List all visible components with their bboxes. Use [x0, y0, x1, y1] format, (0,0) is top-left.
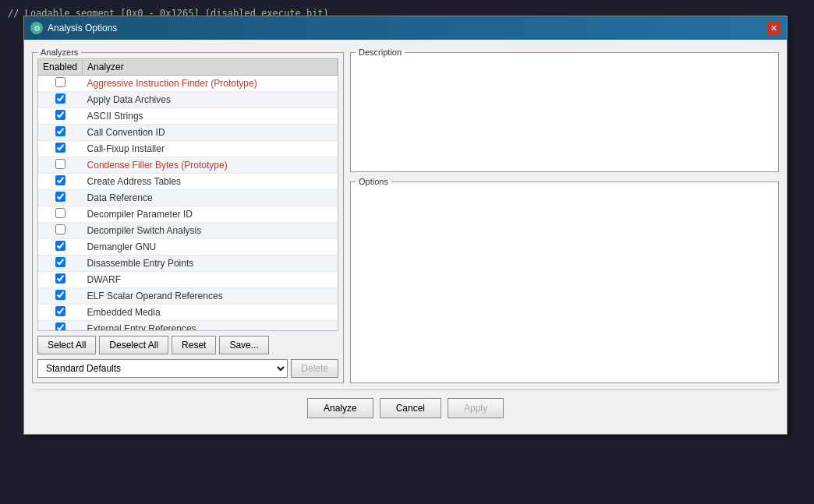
analyzer-checkbox[interactable] — [55, 208, 65, 218]
table-row: Create Address Tables — [38, 174, 338, 190]
analyzer-name: DWARF — [83, 272, 338, 288]
enabled-cell[interactable] — [38, 92, 83, 108]
analyzer-name: Condense Filler Bytes (Prototype) — [83, 157, 338, 174]
enabled-cell[interactable] — [38, 256, 83, 272]
analyzers-panel: Analyzers Enabled Analyzer — [32, 48, 344, 383]
enabled-cell[interactable] — [38, 125, 83, 141]
options-content — [351, 186, 778, 370]
enabled-cell[interactable] — [38, 239, 83, 256]
analyzer-buttons-row: Select All Deselect All Reset Save... — [37, 336, 338, 354]
enabled-cell[interactable] — [38, 76, 83, 92]
dialog-title: Analysis Options — [48, 23, 117, 33]
analyzer-name: Call-Fixup Installer — [83, 141, 338, 157]
dialog-titlebar: ⚙ Analysis Options ✕ — [24, 16, 787, 40]
enabled-cell[interactable] — [38, 272, 83, 288]
analyzer-checkbox[interactable] — [55, 110, 65, 120]
dialog-icon: ⚙ — [30, 22, 43, 34]
main-content: Analyzers Enabled Analyzer — [32, 48, 779, 383]
table-row: Disassemble Entry Points — [38, 256, 338, 272]
table-row: Condense Filler Bytes (Prototype) — [38, 157, 338, 174]
table-row: Embedded Media — [38, 305, 338, 321]
dialog-body: Analyzers Enabled Analyzer — [24, 40, 787, 434]
table-row: Demangler GNU — [38, 239, 338, 256]
close-button[interactable]: ✕ — [766, 21, 780, 35]
enabled-cell[interactable] — [38, 321, 83, 332]
analyzer-checkbox[interactable] — [55, 322, 65, 331]
analyzer-checkbox[interactable] — [55, 306, 65, 316]
description-fieldset: Description — [350, 48, 779, 172]
analyzer-checkbox[interactable] — [55, 143, 65, 153]
enabled-cell[interactable] — [38, 157, 83, 174]
analyzer-name: ELF Scalar Operand References — [83, 288, 338, 305]
enabled-cell[interactable] — [38, 223, 83, 239]
table-row: External Entry References — [38, 321, 338, 332]
analyzer-name: Demangler GNU — [83, 239, 338, 256]
enabled-cell[interactable] — [38, 288, 83, 305]
enabled-cell[interactable] — [38, 108, 83, 125]
delete-button[interactable]: Delete — [291, 359, 338, 378]
deselect-all-button[interactable]: Deselect All — [99, 336, 168, 354]
analyzer-checkbox[interactable] — [55, 175, 65, 185]
analyzer-name: External Entry References — [83, 321, 338, 332]
enabled-cell[interactable] — [38, 305, 83, 321]
reset-button[interactable]: Reset — [172, 336, 216, 354]
description-legend: Description — [356, 48, 405, 57]
analyzers-legend: Analyzers — [37, 48, 81, 57]
defaults-select[interactable]: Standard Defaults — [37, 359, 288, 378]
table-row: Apply Data Archives — [38, 92, 338, 108]
analyzer-checkbox[interactable] — [55, 273, 65, 284]
analyzer-checkbox[interactable] — [55, 241, 65, 251]
table-row: Decompiler Switch Analysis — [38, 223, 338, 239]
analyze-button[interactable]: Analyze — [307, 398, 373, 418]
analyzer-name: Call Convention ID — [83, 125, 338, 141]
table-row: Call-Fixup Installer — [38, 141, 338, 157]
analyzer-name: Embedded Media — [83, 305, 338, 321]
analyzer-name: Disassemble Entry Points — [83, 256, 338, 272]
options-legend: Options — [356, 177, 391, 186]
right-panels: Description Options — [350, 48, 779, 383]
analysis-options-dialog: ⚙ Analysis Options ✕ Analyzers — [23, 16, 787, 435]
analyzer-name: ASCII Strings — [83, 108, 338, 125]
table-row: ELF Scalar Operand References — [38, 288, 338, 305]
dialog-footer: Analyze Cancel Apply — [32, 389, 779, 426]
col-header-enabled: Enabled — [38, 59, 83, 76]
options-fieldset: Options — [350, 177, 779, 383]
cancel-button[interactable]: Cancel — [380, 398, 441, 418]
table-row: Decompiler Parameter ID — [38, 206, 338, 223]
analyzer-checkbox[interactable] — [55, 290, 65, 300]
analyzer-checkbox[interactable] — [55, 257, 65, 267]
analyzer-checkbox[interactable] — [55, 159, 65, 169]
analyzer-checkbox[interactable] — [55, 192, 65, 202]
table-row: Data Reference — [38, 190, 338, 206]
analyzer-checkbox[interactable] — [55, 77, 65, 87]
enabled-cell[interactable] — [38, 141, 83, 157]
col-header-analyzer: Analyzer — [83, 59, 338, 76]
table-row: Call Convention ID — [38, 125, 338, 141]
analyzer-table-container[interactable]: Enabled Analyzer Aggressive Instruction … — [37, 58, 338, 331]
apply-button[interactable]: Apply — [448, 398, 504, 418]
analyzer-name: Decompiler Switch Analysis — [83, 223, 338, 239]
analyzer-name: Apply Data Archives — [83, 92, 338, 108]
enabled-cell[interactable] — [38, 174, 83, 190]
analyzer-table: Enabled Analyzer Aggressive Instruction … — [38, 59, 338, 331]
analyzer-checkbox[interactable] — [55, 126, 65, 136]
defaults-row: Standard Defaults Delete — [37, 359, 338, 378]
analyzer-name: Decompiler Parameter ID — [83, 206, 338, 223]
titlebar-left: ⚙ Analysis Options — [30, 22, 117, 34]
analyzer-name: Aggressive Instruction Finder (Prototype… — [83, 76, 338, 92]
table-row: DWARF — [38, 272, 338, 288]
enabled-cell[interactable] — [38, 206, 83, 223]
analyzer-name: Data Reference — [83, 190, 338, 206]
table-row: Aggressive Instruction Finder (Prototype… — [38, 76, 338, 92]
analyzer-checkbox[interactable] — [55, 93, 65, 104]
description-content — [351, 57, 778, 66]
select-all-button[interactable]: Select All — [37, 336, 96, 354]
analyzer-name: Create Address Tables — [83, 174, 338, 190]
analyzer-checkbox[interactable] — [55, 224, 65, 234]
table-row: ASCII Strings — [38, 108, 338, 125]
save-button[interactable]: Save... — [219, 336, 268, 354]
enabled-cell[interactable] — [38, 190, 83, 206]
